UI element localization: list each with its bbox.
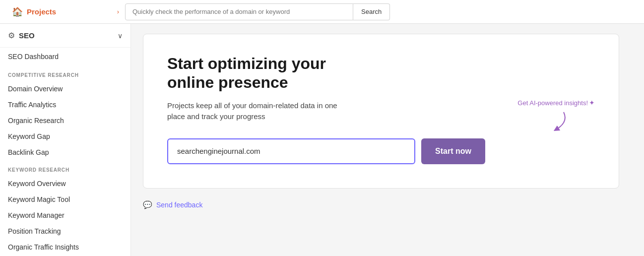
seo-icon: ⚙ xyxy=(8,31,15,40)
ai-spark-icon: ✦ xyxy=(589,99,595,107)
projects-chevron-icon: › xyxy=(117,8,119,15)
card-title: Start optimizing your online presence xyxy=(167,54,376,92)
ai-annotation-area: Get AI-powered insights! ✦ xyxy=(517,54,595,134)
send-feedback-row[interactable]: 💬 Send feedback xyxy=(143,200,632,209)
input-area: Start now xyxy=(167,138,498,164)
ai-label-wrap: Get AI-powered insights! ✦ xyxy=(517,99,595,108)
seo-label: SEO xyxy=(19,31,114,40)
sidebar-item-keyword-gap[interactable]: Keyword Gap xyxy=(0,128,130,144)
sidebar-item-domain-overview[interactable]: Domain Overview xyxy=(0,81,130,97)
top-search-button[interactable]: Search xyxy=(353,3,390,20)
sidebar-item-traffic-analytics[interactable]: Traffic Analytics xyxy=(0,97,130,113)
projects-nav-area: 🏠 Projects › xyxy=(6,6,125,17)
sidebar-item-keyword-magic-tool[interactable]: Keyword Magic Tool xyxy=(0,192,130,207)
sidebar-item-keyword-overview[interactable]: Keyword Overview xyxy=(0,176,130,192)
input-row: Start now xyxy=(167,138,498,164)
top-search-input[interactable] xyxy=(125,3,353,20)
card-description: Projects keep all of your domain-related… xyxy=(167,100,356,123)
ai-arrow-icon xyxy=(541,110,571,134)
sidebar-item-backlink-gap[interactable]: Backlink Gap xyxy=(0,144,130,160)
sidebar-item-organic-traffic-insights[interactable]: Organic Traffic Insights xyxy=(0,239,130,255)
content-card: Start optimizing your online presence Pr… xyxy=(143,34,619,189)
sidebar: ⚙ SEO ∨ SEO Dashboard COMPETITIVE RESEAR… xyxy=(0,24,131,256)
seo-nav-item[interactable]: ⚙ SEO ∨ xyxy=(0,24,130,48)
projects-nav-button[interactable]: Projects xyxy=(27,7,56,16)
sidebar-section-keyword: KEYWORD RESEARCH xyxy=(0,160,130,176)
feedback-label[interactable]: Send feedback xyxy=(156,201,202,209)
main-content: Start optimizing your online presence Pr… xyxy=(131,24,644,256)
top-bar: 🏠 Projects › Search xyxy=(0,0,644,24)
seo-chevron-icon: ∨ xyxy=(118,32,123,40)
top-search-bar: Search xyxy=(125,3,638,20)
main-layout: ⚙ SEO ∨ SEO Dashboard COMPETITIVE RESEAR… xyxy=(0,24,644,256)
ai-powered-label: Get AI-powered insights! xyxy=(517,99,588,108)
sidebar-item-keyword-manager[interactable]: Keyword Manager xyxy=(0,207,130,223)
sidebar-section-competitive: COMPETITIVE RESEARCH xyxy=(0,65,130,81)
sidebar-item-organic-research[interactable]: Organic Research xyxy=(0,113,130,128)
feedback-icon: 💬 xyxy=(143,200,152,209)
domain-input[interactable] xyxy=(167,138,415,164)
card-text-area: Start optimizing your online presence Pr… xyxy=(167,54,498,164)
start-now-button[interactable]: Start now xyxy=(421,138,485,164)
sidebar-item-position-tracking[interactable]: Position Tracking xyxy=(0,223,130,239)
sidebar-item-seo-dashboard[interactable]: SEO Dashboard xyxy=(0,48,130,65)
home-icon: 🏠 xyxy=(12,6,23,17)
